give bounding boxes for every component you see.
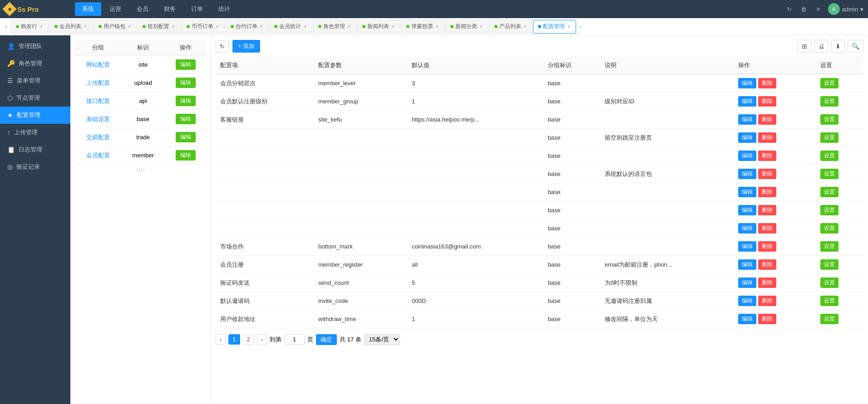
delete-icon[interactable]: 🗑 — [799, 4, 809, 15]
delete-button[interactable]: 删除 — [758, 169, 776, 179]
group-edit-button[interactable]: 编辑 — [176, 78, 196, 88]
sidebar-item-role-mgmt[interactable]: 🔑 角色管理 — [0, 55, 70, 72]
grid-view-button[interactable]: ⊞ — [798, 40, 811, 53]
group-name-link[interactable]: 基础设置 — [86, 116, 110, 122]
tab-close-member-list[interactable]: × — [83, 24, 88, 29]
add-button[interactable]: + 添加 — [232, 40, 260, 53]
tab-nav-prev[interactable]: ‹ — [3, 21, 10, 32]
settings-button[interactable]: 设置 — [820, 96, 838, 107]
settings-button[interactable]: 设置 — [820, 205, 838, 215]
export-button[interactable]: ⬇ — [831, 40, 845, 53]
group-name-link[interactable]: 网站配置 — [86, 61, 110, 68]
sidebar-item-node-mgmt[interactable]: ⬡ 节点管理 — [0, 89, 70, 107]
edit-button[interactable]: 编辑 — [738, 187, 756, 197]
group-edit-button[interactable]: 编辑 — [176, 96, 196, 106]
tab-purchase[interactable]: 购发行 × — [11, 20, 49, 34]
page-confirm-button[interactable]: 确定 — [316, 334, 337, 345]
page-goto-input[interactable] — [284, 334, 305, 345]
tab-close-purchase[interactable]: × — [39, 24, 44, 29]
tab-close-role-mgmt[interactable]: × — [347, 24, 351, 29]
edit-button[interactable]: 编辑 — [738, 277, 756, 288]
settings-button[interactable]: 设置 — [820, 314, 838, 324]
nav-item-orders[interactable]: 订单 — [184, 2, 210, 16]
tab-nav-next[interactable]: › — [577, 21, 584, 32]
page-2-button[interactable]: 2 — [243, 334, 254, 345]
tab-coin-orders[interactable]: 币币订单 × — [182, 20, 225, 34]
tab-close-contract-orders[interactable]: × — [259, 24, 264, 29]
group-name-link[interactable]: 交易配置 — [86, 134, 110, 141]
nav-item-system[interactable]: 系统 — [75, 2, 101, 16]
page-1-button[interactable]: 1 — [228, 334, 240, 345]
tab-role-mgmt[interactable]: 角色管理 × — [313, 20, 356, 34]
edit-button[interactable]: 编辑 — [738, 114, 756, 125]
edit-button[interactable]: 编辑 — [738, 296, 756, 306]
sidebar-item-config-mgmt[interactable]: ★ 配置管理 — [0, 107, 70, 124]
edit-button[interactable]: 编辑 — [738, 132, 756, 143]
tab-group-config[interactable]: 组别配置 × — [138, 20, 181, 34]
settings-button[interactable]: 设置 — [820, 223, 838, 234]
edit-button[interactable]: 编辑 — [738, 151, 756, 161]
tab-close-popup-vote[interactable]: × — [435, 24, 439, 29]
group-name-link[interactable]: 会员配置 — [86, 152, 110, 159]
tab-config-mgmt[interactable]: 配置管理 × — [533, 20, 576, 34]
per-page-select[interactable]: 15条/页 30条/页 50条/页 — [364, 334, 400, 345]
nav-item-stats[interactable]: 统计 — [211, 2, 237, 16]
delete-button[interactable]: 删除 — [758, 132, 776, 143]
delete-button[interactable]: 删除 — [758, 78, 776, 88]
delete-button[interactable]: 删除 — [758, 114, 776, 125]
edit-button[interactable]: 编辑 — [738, 241, 756, 252]
sidebar-item-menu-mgmt[interactable]: ☰ 菜单管理 — [0, 72, 70, 89]
edit-button[interactable]: 编辑 — [738, 259, 756, 270]
tab-close-member-stats[interactable]: × — [303, 24, 307, 29]
edit-button[interactable]: 编辑 — [738, 223, 756, 234]
edit-button[interactable]: 编辑 — [738, 78, 756, 88]
settings-button[interactable]: 设置 — [820, 151, 838, 161]
tab-close-news-list[interactable]: × — [391, 24, 395, 29]
tab-close-wallet[interactable]: × — [127, 24, 132, 29]
delete-button[interactable]: 删除 — [758, 314, 776, 324]
refresh-button[interactable]: ↻ — [216, 40, 229, 53]
sidebar-item-log-mgmt[interactable]: 📋 日志管理 — [0, 141, 70, 158]
tab-close-product-list[interactable]: × — [523, 24, 528, 29]
admin-info[interactable]: A admin ▾ — [828, 3, 863, 15]
tab-close-coin-orders[interactable]: × — [215, 24, 220, 29]
tab-close-config-mgmt[interactable]: × — [567, 24, 571, 29]
tab-wallet[interactable]: 用户钱包 × — [94, 20, 137, 34]
tab-popup-vote[interactable]: 弹窗投票 × — [401, 20, 444, 34]
delete-button[interactable]: 删除 — [758, 151, 776, 161]
search-button[interactable]: 🔍 — [848, 40, 863, 53]
sidebar-item-upload-mgmt[interactable]: ↑ 上传管理 — [0, 124, 70, 141]
nav-item-operations[interactable]: 运营 — [102, 2, 128, 16]
settings-button[interactable]: 设置 — [820, 169, 838, 179]
group-edit-button[interactable]: 编辑 — [176, 59, 196, 70]
tab-member-stats[interactable]: 会员统计 × — [269, 20, 312, 34]
refresh-icon[interactable]: ↻ — [785, 4, 794, 15]
delete-button[interactable]: 删除 — [758, 241, 776, 252]
group-name-link[interactable]: 上传配置 — [86, 79, 110, 86]
settings-button[interactable]: 设置 — [820, 277, 838, 288]
edit-button[interactable]: 编辑 — [738, 205, 756, 215]
delete-button[interactable]: 删除 — [758, 223, 776, 234]
delete-button[interactable]: 删除 — [758, 205, 776, 215]
tab-product-list[interactable]: 产品列表 × — [489, 20, 533, 34]
delete-button[interactable]: 删除 — [758, 187, 776, 197]
tab-contract-orders[interactable]: 合约订单 × — [226, 20, 269, 34]
edit-button[interactable]: 编辑 — [738, 169, 756, 179]
settings-button[interactable]: 设置 — [820, 78, 838, 88]
settings-button[interactable]: 设置 — [820, 187, 838, 197]
delete-button[interactable]: 删除 — [758, 96, 776, 107]
tab-news-category[interactable]: 新闻分类 × — [445, 20, 488, 34]
tab-close-group-config[interactable]: × — [171, 24, 176, 29]
nav-item-members[interactable]: 会员 — [129, 2, 156, 16]
tab-news-list[interactable]: 新闻列表 × — [357, 20, 400, 34]
group-name-link[interactable]: 接口配置 — [86, 97, 110, 104]
page-prev-button[interactable]: ‹ — [216, 334, 226, 345]
delete-button[interactable]: 删除 — [758, 296, 776, 306]
tab-member-list[interactable]: 会员列表 × — [49, 20, 93, 34]
settings-button[interactable]: 设置 — [820, 132, 838, 143]
sidebar-item-verify-records[interactable]: ◎ 验证记录 — [0, 158, 70, 175]
group-edit-button[interactable]: 编辑 — [176, 114, 196, 124]
settings-button[interactable]: 设置 — [820, 296, 838, 306]
delete-button[interactable]: 删除 — [758, 277, 776, 288]
tab-close-news-category[interactable]: × — [479, 24, 483, 29]
